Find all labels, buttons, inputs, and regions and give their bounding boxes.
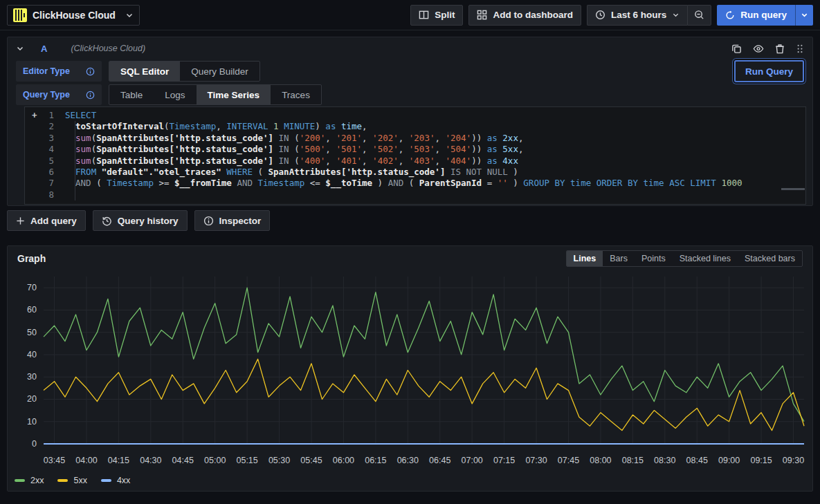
svg-text:09:30: 09:30 bbox=[783, 456, 804, 465]
delete-query-trash-icon[interactable] bbox=[775, 44, 785, 54]
svg-text:06:00: 06:00 bbox=[333, 456, 354, 465]
svg-text:09:15: 09:15 bbox=[750, 456, 772, 465]
time-series-chart[interactable]: 01020304050607003:4504:0004:1504:3004:45… bbox=[12, 271, 808, 470]
line-number: 4 bbox=[25, 144, 65, 155]
svg-text:09:00: 09:00 bbox=[718, 456, 740, 465]
legend-item-4xx[interactable]: 4xx bbox=[101, 476, 130, 485]
line-number: 6 bbox=[25, 167, 65, 178]
svg-text:06:30: 06:30 bbox=[397, 456, 419, 465]
svg-text:04:45: 04:45 bbox=[172, 456, 194, 465]
graph-style-option-stacked-bars[interactable]: Stacked bars bbox=[738, 251, 802, 266]
legend-swatch bbox=[57, 479, 68, 482]
code-text: toStartOfInterval(Timestamp, INTERVAL 1 … bbox=[65, 121, 367, 132]
history-icon bbox=[102, 216, 112, 226]
line-number: 5 bbox=[25, 156, 65, 167]
svg-text:08:45: 08:45 bbox=[686, 456, 708, 465]
datasource-picker[interactable]: ClickHouse Cloud bbox=[7, 5, 140, 26]
zoom-out-time-button[interactable] bbox=[687, 5, 711, 26]
graph-style-radio-group: LinesBarsPointsStacked linesStacked bars bbox=[566, 250, 803, 267]
editor-scrollbar[interactable] bbox=[781, 188, 805, 190]
run-query-split-button: Run query bbox=[717, 5, 813, 26]
add-line-icon[interactable]: + bbox=[32, 110, 37, 121]
hide-response-eye-icon[interactable] bbox=[753, 44, 764, 54]
query-type-label: Query Type bbox=[16, 84, 102, 105]
editor-type-option-query-builder[interactable]: Query Builder bbox=[180, 62, 259, 81]
line-number: 2 bbox=[25, 121, 65, 132]
code-line: 8 bbox=[25, 189, 805, 200]
svg-text:08:00: 08:00 bbox=[590, 456, 611, 465]
drag-handle-icon[interactable] bbox=[796, 44, 804, 54]
chevron-down-icon bbox=[801, 11, 808, 19]
svg-text:10: 10 bbox=[27, 417, 37, 427]
plus-icon bbox=[16, 216, 25, 225]
svg-text:60: 60 bbox=[27, 305, 37, 315]
legend-item-2xx[interactable]: 2xx bbox=[15, 476, 44, 485]
legend-swatch bbox=[15, 479, 25, 482]
query-type-segmented: TableLogsTime SeriesTraces bbox=[109, 84, 322, 105]
time-range-picker[interactable]: Last 6 hours bbox=[587, 5, 687, 26]
editor-type-label: Editor Type bbox=[16, 61, 102, 82]
query-history-button[interactable]: Query history bbox=[93, 210, 188, 231]
code-line: 1+SELECT bbox=[25, 110, 805, 121]
split-icon bbox=[419, 10, 429, 20]
query-row-header: A (ClickHouse Cloud) bbox=[8, 37, 812, 59]
code-line: 7 AND ( Timestamp >= $__fromTime AND Tim… bbox=[25, 178, 805, 189]
editor-type-segmented: SQL EditorQuery Builder bbox=[109, 61, 260, 82]
graph-style-option-points[interactable]: Points bbox=[635, 251, 673, 266]
collapse-chevron-icon[interactable] bbox=[16, 44, 24, 53]
zoom-out-icon bbox=[694, 10, 704, 20]
chart-canvas: 01020304050607003:4504:0004:1504:3004:45… bbox=[12, 271, 808, 470]
svg-text:05:30: 05:30 bbox=[268, 456, 290, 465]
sql-code-editor[interactable]: 1+SELECT2 toStartOfInterval(Timestamp, I… bbox=[24, 106, 806, 205]
duplicate-query-icon[interactable] bbox=[731, 44, 742, 54]
query-type-option-logs[interactable]: Logs bbox=[154, 85, 196, 104]
svg-text:07:45: 07:45 bbox=[558, 456, 579, 465]
svg-text:07:15: 07:15 bbox=[493, 456, 515, 465]
graph-style-option-stacked-lines[interactable]: Stacked lines bbox=[673, 251, 738, 266]
query-type-option-table[interactable]: Table bbox=[109, 85, 154, 104]
code-text: sum(SpanAttributes['http.status_code'] I… bbox=[65, 156, 518, 167]
legend-item-5xx[interactable]: 5xx bbox=[57, 476, 86, 485]
code-line: 6 FROM "default"."otel_traces" WHERE ( S… bbox=[25, 167, 805, 178]
code-line: 3 sum(SpanAttributes['http.status_code']… bbox=[25, 133, 805, 144]
svg-text:03:45: 03:45 bbox=[44, 456, 65, 465]
run-query-button[interactable]: Run query bbox=[717, 5, 795, 26]
svg-text:04:00: 04:00 bbox=[75, 456, 97, 465]
apps-grid-icon bbox=[477, 10, 487, 20]
chevron-down-icon bbox=[672, 11, 680, 19]
add-query-button[interactable]: Add query bbox=[7, 210, 86, 231]
inspector-button[interactable]: Inspector bbox=[194, 210, 271, 231]
svg-text:0: 0 bbox=[32, 439, 37, 449]
svg-text:50: 50 bbox=[27, 328, 37, 337]
indent-guide bbox=[75, 121, 75, 200]
info-icon[interactable] bbox=[86, 67, 95, 76]
svg-text:06:45: 06:45 bbox=[429, 456, 450, 465]
graph-panel-title: Graph bbox=[17, 253, 46, 264]
svg-text:06:15: 06:15 bbox=[365, 456, 386, 465]
svg-text:07:00: 07:00 bbox=[462, 456, 483, 465]
svg-text:05:45: 05:45 bbox=[300, 456, 322, 465]
query-type-option-traces[interactable]: Traces bbox=[271, 85, 321, 104]
info-circle-icon bbox=[203, 216, 214, 226]
code-text: AND ( Timestamp >= $__fromTime AND Times… bbox=[65, 178, 742, 189]
query-ref-id[interactable]: A bbox=[41, 44, 47, 54]
svg-text:20: 20 bbox=[27, 394, 37, 404]
graph-panel: Graph LinesBarsPointsStacked linesStacke… bbox=[7, 245, 813, 492]
editor-type-option-sql-editor[interactable]: SQL Editor bbox=[109, 62, 180, 81]
graph-style-option-lines[interactable]: Lines bbox=[567, 251, 603, 266]
chevron-down-icon bbox=[125, 11, 134, 19]
info-icon[interactable] bbox=[86, 91, 95, 100]
top-toolbar: ClickHouse Cloud Split Add to dashboard … bbox=[0, 0, 820, 30]
query-type-option-time-series[interactable]: Time Series bbox=[197, 85, 271, 104]
split-button[interactable]: Split bbox=[410, 5, 463, 26]
svg-text:05:00: 05:00 bbox=[204, 456, 226, 465]
chart-legend: 2xx5xx4xx bbox=[8, 470, 812, 488]
graph-style-option-bars[interactable]: Bars bbox=[603, 251, 635, 266]
run-query-dropdown[interactable] bbox=[795, 5, 813, 26]
add-to-dashboard-button[interactable]: Add to dashboard bbox=[468, 5, 581, 26]
svg-text:70: 70 bbox=[27, 283, 37, 292]
svg-text:30: 30 bbox=[27, 372, 37, 382]
code-text: sum(SpanAttributes['http.status_code'] I… bbox=[65, 133, 523, 144]
panel-run-query-button[interactable]: Run Query bbox=[734, 60, 804, 82]
code-text: sum(SpanAttributes['http.status_code'] I… bbox=[65, 144, 523, 155]
